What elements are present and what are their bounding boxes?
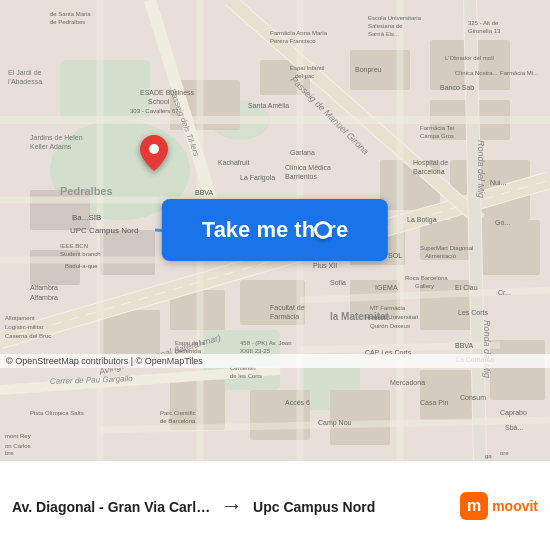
svg-rect-28 [490,340,545,400]
svg-text:Ba...SIB: Ba...SIB [72,213,101,222]
svg-text:El Jardí de: El Jardí de [8,69,42,76]
svg-text:Clínica Nostra...: Clínica Nostra... [455,70,498,76]
svg-text:Casa Pin: Casa Pin [420,399,449,406]
svg-text:Pista Olímpica Salts: Pista Olímpica Salts [30,410,84,416]
svg-text:Badul-a-que: Badul-a-que [65,263,98,269]
to-section: Upc Campus Nord [253,497,452,515]
svg-rect-8 [100,230,155,275]
svg-text:Alimentació: Alimentació [425,253,457,259]
route-arrow-icon: → [221,493,243,519]
svg-text:Roca Barcelona: Roca Barcelona [405,275,448,281]
svg-text:Escola Universitaria: Escola Universitaria [368,15,422,21]
svg-text:Jardins de Helen: Jardins de Helen [30,134,83,141]
svg-text:Santa Amèlia: Santa Amèlia [248,102,289,109]
svg-text:ore: ore [500,450,509,456]
svg-text:ga: ga [485,453,492,459]
svg-text:Sbà...: Sbà... [505,424,523,431]
svg-text:Sofia: Sofia [330,279,346,286]
moovit-m-icon: m [460,492,488,520]
svg-text:del pac: del pac [295,73,314,79]
svg-text:Barrientos: Barrientos [285,173,317,180]
svg-text:de les Corts: de les Corts [230,373,262,379]
svg-text:Banco Sab: Banco Sab [440,84,474,91]
svg-text:Bonpreu: Bonpreu [355,66,382,74]
svg-text:Espai Infantil: Espai Infantil [290,65,324,71]
map-container: Avinguda Diagonal (lateral mar) Passeig … [0,0,550,460]
to-value: Upc Campus Nord [253,499,452,515]
svg-text:Hospital Universitari: Hospital Universitari [365,314,418,320]
from-value: Av. Diagonal - Gran Via Carles III [12,499,211,515]
svg-text:La Farigola: La Farigola [240,174,275,182]
svg-text:de Pedralbes: de Pedralbes [50,19,85,25]
svg-text:Perera Francisco: Perera Francisco [270,38,316,44]
svg-text:L'Obrador del moll: L'Obrador del moll [445,55,494,61]
svg-text:Sarrià Els...: Sarrià Els... [368,31,399,37]
svg-text:IEEE BCN: IEEE BCN [60,243,88,249]
svg-text:Mercadona: Mercadona [390,379,425,386]
svg-text:Gallery: Gallery [415,283,434,289]
svg-text:Consum: Consum [460,394,486,401]
svg-text:BBVA: BBVA [195,189,213,196]
svg-text:Ronda del Mig: Ronda del Mig [476,140,486,198]
svg-text:Barcelona: Barcelona [413,168,445,175]
svg-text:Accés 6: Accés 6 [285,399,310,406]
svg-text:Alfambra: Alfambra [30,284,58,291]
svg-text:UPC Campus Nord: UPC Campus Nord [70,226,138,235]
svg-text:Caprabo: Caprabo [500,409,527,417]
svg-text:Gironella 13: Gironella 13 [468,28,501,34]
svg-text:Farmàcia Anna Maria: Farmàcia Anna Maria [270,30,328,36]
svg-text:Pedralbes: Pedralbes [60,185,113,197]
svg-text:Facultat de: Facultat de [270,304,305,311]
svg-text:MT Farmàcia: MT Farmàcia [370,305,406,311]
svg-text:Cr...: Cr... [498,289,511,296]
svg-text:Keller Adams: Keller Adams [30,143,72,150]
svg-text:Campa Gros: Campa Gros [420,133,454,139]
bottom-bar: Av. Diagonal - Gran Via Carles III → Upc… [0,460,550,550]
svg-text:458 - (PK) Av. Joan: 458 - (PK) Av. Joan [240,340,291,346]
svg-text:Caserna del Bruc: Caserna del Bruc [5,333,51,339]
svg-text:Nui...: Nui... [490,179,506,186]
destination-dot [314,221,332,239]
location-pin [140,135,168,175]
svg-text:de Barcelona: de Barcelona [160,418,196,424]
svg-text:El Clau: El Clau [455,284,478,291]
map-attribution: © OpenStreetMap contributors | © OpenMap… [0,354,550,368]
svg-text:BBVA: BBVA [455,342,473,349]
svg-rect-26 [330,390,390,445]
svg-text:Ronda del Mig: Ronda del Mig [482,320,492,378]
svg-text:Farmàcia: Farmàcia [270,313,299,320]
svg-text:School: School [148,98,170,105]
svg-text:Alfambra: Alfambra [30,294,58,301]
svg-text:Pius XII: Pius XII [313,262,337,269]
svg-text:Go...: Go... [495,219,510,226]
svg-text:Student branch: Student branch [60,251,101,257]
take-me-there-button[interactable]: Take me there [162,199,388,261]
svg-text:l'Abadessa: l'Abadessa [8,78,42,85]
svg-text:ESADE Business: ESADE Business [140,89,195,96]
moovit-logo: m moovit [460,492,538,520]
svg-rect-18 [480,220,540,275]
svg-text:Garlana: Garlana [290,149,315,156]
svg-text:IGEMA: IGEMA [375,284,398,291]
svg-text:Clínica Mèdica: Clínica Mèdica [285,164,331,171]
svg-text:Quirón Dexeus: Quirón Dexeus [370,323,410,329]
svg-text:Espai de la: Espai de la [175,340,205,346]
svg-text:Hospital de: Hospital de [413,159,448,167]
svg-text:Kachafruit: Kachafruit [218,159,250,166]
svg-text:Logístic-militar: Logístic-militar [5,324,44,330]
svg-text:Parc Científic: Parc Científic [160,410,196,416]
svg-text:303 - Cavallers 67: 303 - Cavallers 67 [130,108,179,114]
svg-text:Les Corts: Les Corts [458,309,488,316]
svg-point-147 [149,144,159,154]
svg-text:325 - Alt de: 325 - Alt de [468,20,499,26]
svg-text:mont Rey: mont Rey [5,433,31,439]
svg-text:Salesiana de: Salesiana de [368,23,403,29]
svg-text:Farmàcia Tei: Farmàcia Tei [420,125,454,131]
svg-text:Camp Nou: Camp Nou [318,419,352,427]
svg-text:de Santa Maria: de Santa Maria [50,11,91,17]
from-section: Av. Diagonal - Gran Via Carles III [12,497,211,515]
svg-text:Allotjament: Allotjament [5,315,35,321]
svg-text:La Botiga: La Botiga [407,216,437,224]
svg-text:Farmàcia Mi...: Farmàcia Mi... [500,70,538,76]
svg-text:on Carlos: on Carlos [5,443,31,449]
